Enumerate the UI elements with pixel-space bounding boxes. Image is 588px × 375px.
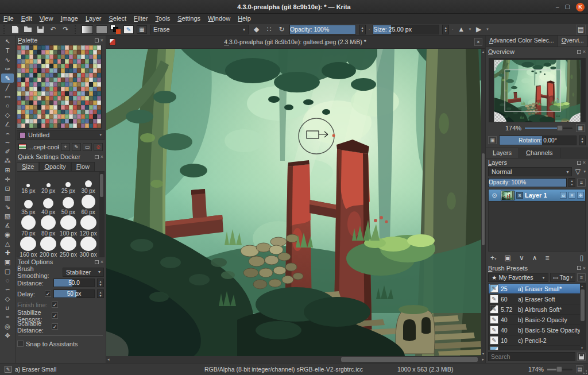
palette-swatch[interactable]	[93, 59, 97, 64]
distance-spinner[interactable]: ▴▾	[97, 279, 104, 287]
polygon-tool-icon[interactable]: ◇	[1, 110, 14, 119]
delay-checkbox[interactable]: ✓	[45, 291, 51, 297]
overview-thumbnail[interactable]	[489, 58, 586, 122]
palette-swatch[interactable]	[53, 110, 57, 114]
palette-swatch[interactable]	[53, 123, 57, 128]
palette-swatch[interactable]	[97, 55, 101, 59]
palette-swatch[interactable]	[57, 73, 61, 78]
palette-swatch[interactable]	[69, 64, 73, 68]
palette-swatch[interactable]	[29, 82, 33, 87]
measure-tool-icon[interactable]: ∡	[1, 221, 14, 230]
palette-swatch[interactable]	[21, 64, 25, 68]
palette-swatch[interactable]	[25, 114, 29, 119]
crop-tool-icon[interactable]: ⊡	[1, 184, 14, 193]
palette-swatch[interactable]	[97, 45, 101, 50]
palette-swatch[interactable]	[85, 87, 89, 91]
size-option[interactable]: 40 px	[38, 194, 59, 215]
palette-swatch[interactable]	[61, 87, 65, 91]
preset-row[interactable]: ✎ 40 b) Basic-5 Size Opacity	[489, 325, 585, 335]
palette-swatch[interactable]	[49, 78, 53, 82]
palette-swatch[interactable]	[45, 73, 49, 78]
close-docker-icon[interactable]: ×	[583, 49, 586, 55]
layer-filter-caret[interactable]: ▾	[583, 169, 586, 174]
palette-swatch[interactable]	[17, 45, 21, 50]
preset-row[interactable]: ✎ 10 c) Pencil-2	[489, 335, 585, 346]
size-option[interactable]: 30 px	[78, 173, 98, 194]
tab-layers[interactable]: Layers	[486, 148, 519, 158]
palette-swatch[interactable]	[73, 59, 77, 64]
tab-channels[interactable]: Channels	[519, 148, 560, 158]
palette-swatch[interactable]	[53, 45, 57, 50]
palette-swatch[interactable]	[57, 45, 61, 50]
palette-swatch[interactable]	[45, 114, 49, 119]
palette-swatch[interactable]	[45, 50, 49, 55]
preset-row[interactable]: ✎ 25 a) Eraser Small*	[489, 284, 585, 294]
palette-swatch[interactable]	[85, 110, 89, 114]
similar-select-tool-icon[interactable]: ≈	[1, 312, 14, 322]
menu-filter[interactable]: Filter	[134, 15, 148, 22]
palette-grid[interactable]	[17, 45, 102, 129]
palette-swatch[interactable]	[57, 82, 61, 87]
palette-swatch[interactable]	[53, 68, 57, 73]
canvas-vertical-scrollbar[interactable]: ▴ ▾	[481, 49, 485, 356]
import-palette-button[interactable]: ▭	[83, 143, 92, 151]
palette-swatch[interactable]	[97, 68, 101, 73]
palette-swatch[interactable]	[61, 123, 65, 128]
overview-zoom-slider[interactable]	[525, 127, 572, 129]
palette-swatch[interactable]	[53, 55, 57, 59]
palette-swatch[interactable]	[65, 119, 69, 123]
bezier-curve-tool-icon[interactable]: ⌢	[1, 129, 14, 138]
menu-settings[interactable]: Settings	[177, 15, 200, 22]
palette-swatch[interactable]	[21, 82, 25, 87]
palette-swatch[interactable]	[17, 96, 21, 100]
palette-swatch[interactable]	[65, 55, 69, 59]
palette-swatch[interactable]	[65, 110, 69, 114]
close-icon[interactable]: K	[576, 3, 585, 11]
palette-swatch[interactable]	[25, 64, 29, 68]
palette-swatch[interactable]	[65, 105, 69, 110]
palette-swatch[interactable]	[69, 82, 73, 87]
tab-overview[interactable]: Overvi...	[558, 36, 588, 47]
palette-swatch[interactable]	[77, 78, 81, 82]
palette-swatch[interactable]	[25, 50, 29, 55]
palette-swatch[interactable]	[61, 73, 65, 78]
palette-swatch[interactable]	[25, 100, 29, 105]
palette-swatch[interactable]	[17, 68, 21, 73]
palette-swatch[interactable]	[45, 68, 49, 73]
palette-swatch[interactable]	[73, 78, 77, 82]
edit-shapes-tool-icon[interactable]: ∿	[1, 55, 14, 64]
resize-grip[interactable]	[583, 370, 587, 374]
palette-swatch[interactable]	[41, 123, 45, 128]
palette-swatch[interactable]	[65, 114, 69, 119]
palette-swatch[interactable]	[41, 87, 45, 91]
palette-swatch[interactable]	[17, 82, 21, 87]
palette-swatch[interactable]	[29, 59, 33, 64]
pattern-chooser[interactable]	[96, 25, 107, 34]
palette-swatch[interactable]	[17, 105, 21, 110]
palette-swatch[interactable]	[81, 105, 85, 110]
palette-swatch[interactable]	[57, 96, 61, 100]
palette-swatch[interactable]	[65, 91, 69, 96]
palette-swatch[interactable]	[69, 45, 73, 50]
palette-swatch[interactable]	[93, 82, 97, 87]
fg-bg-colors[interactable]	[110, 25, 121, 34]
workspace-chooser-button[interactable]: ▤	[576, 25, 586, 34]
menu-view[interactable]: View	[40, 15, 53, 22]
palette-swatch[interactable]	[33, 55, 37, 59]
palette-swatch[interactable]	[81, 64, 85, 68]
close-docker-icon[interactable]: ×	[583, 160, 586, 165]
palette-swatch[interactable]	[65, 64, 69, 68]
palette-swatch[interactable]	[45, 119, 49, 123]
palette-swatch[interactable]	[37, 78, 41, 82]
palette-swatch[interactable]	[77, 55, 81, 59]
palette-swatch[interactable]	[89, 91, 93, 96]
palette-swatch[interactable]	[21, 78, 25, 82]
size-option[interactable]: 300 px	[78, 237, 98, 257]
palette-swatch[interactable]	[21, 96, 25, 100]
palette-swatch[interactable]	[89, 114, 93, 119]
pattern-edit-tool-icon[interactable]: ▧	[1, 211, 14, 221]
close-docker-icon[interactable]: ×	[100, 37, 103, 43]
palette-swatch[interactable]	[93, 114, 97, 119]
palette-swatch[interactable]	[61, 78, 65, 82]
wrap-caret[interactable]: ▾	[486, 27, 489, 32]
